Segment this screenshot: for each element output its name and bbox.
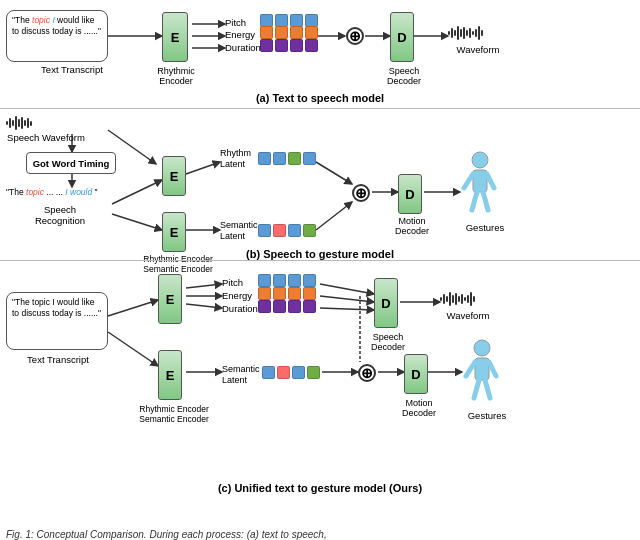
motion-decoder-label-b: Motion Decoder (382, 216, 442, 236)
motion-decoder-label-c: Motion Decoder (388, 398, 450, 418)
speech-bubble-c: "The topic I would like to discuss today… (6, 292, 108, 350)
speech-recognition-label-b: Speech Recognition (20, 204, 100, 226)
plus-circle-c: ⊕ (358, 364, 376, 382)
pitch-blocks-c (258, 274, 316, 287)
rhythm-latent-blocks-b (258, 152, 316, 165)
rhythmic-encoder-label-a: Rhythmic Encoder (148, 66, 204, 86)
rhythmic-semantic-encoder-label-c: Rhythmic EncoderSemantic Encoder (136, 404, 212, 424)
pitch-label-c: Pitch (222, 277, 243, 288)
semantic-latent-label-b: SemanticLatent (220, 220, 258, 242)
plus-circle-b: ⊕ (352, 184, 370, 202)
plus-circle-a: ⊕ (346, 27, 364, 45)
figure-caption: Fig. 1: Conceptual Comparison. During ea… (6, 529, 327, 540)
waveform-label-c: Waveform (440, 310, 496, 321)
section-c: "The topic I would like to discuss today… (0, 264, 640, 496)
energy-label-c: Energy (222, 290, 252, 301)
speech-waveform-label-b: Speech Waveform (6, 132, 86, 143)
main-diagram: "The topic I would like to discuss today… (0, 0, 640, 540)
section-b-label: (b) Speech to gesture model (246, 248, 394, 260)
duration-label-c: Duration (222, 303, 258, 314)
section-b: Speech Waveform Got Word Timing "The top… (0, 112, 640, 260)
text-transcript-label-c: Text Transcript (22, 354, 94, 365)
speech-decoder-label-a: Speech Decoder (374, 66, 434, 86)
energy-label-a: Energy (225, 29, 255, 40)
encoder-block-c1: E (158, 274, 182, 324)
energy-blocks-c (258, 287, 316, 300)
energy-blocks-a (260, 26, 318, 39)
svg-line-29 (320, 284, 374, 294)
semantic-latent-blocks-b (258, 224, 316, 237)
svg-line-30 (320, 296, 374, 302)
duration-label-a: Duration (225, 42, 261, 53)
svg-line-12 (186, 162, 220, 174)
waveform-c (440, 292, 475, 306)
svg-line-43 (485, 380, 490, 398)
svg-line-9 (112, 180, 162, 204)
rhythm-latent-label-b: RhythmLatent (220, 148, 251, 170)
got-word-timing-box: Got Word Timing (26, 152, 116, 174)
divider-ab (0, 108, 640, 109)
svg-line-14 (316, 162, 352, 184)
human-figure-b (460, 150, 500, 220)
section-a: "The topic I would like to discuss today… (0, 4, 640, 104)
svg-line-23 (483, 192, 488, 210)
svg-line-41 (489, 362, 496, 376)
svg-line-26 (186, 284, 222, 288)
encoder-block-b2: E (162, 212, 186, 252)
svg-line-24 (108, 300, 158, 316)
section-c-label: (c) Unified text to gesture model (Ours) (218, 482, 422, 494)
waveform-label-a: Waveform (448, 44, 508, 55)
gestures-label-c: Gestures (462, 410, 512, 421)
speech-bubble-a: "The topic I would like to discuss today… (6, 10, 108, 62)
svg-line-25 (108, 332, 158, 366)
pitch-label-a: Pitch (225, 17, 246, 28)
waveform-a (448, 26, 483, 40)
encoder-block-c2: E (158, 350, 182, 400)
encoder-block-b1: E (162, 156, 186, 196)
speech-decoder-block-c: D (374, 278, 398, 328)
speech-decoder-label-c: Speech Decoder (358, 332, 418, 352)
svg-line-20 (464, 174, 473, 188)
svg-line-22 (472, 192, 477, 210)
decoder-block-b: D (398, 174, 422, 214)
speech-recognition-text-b: "The topic ... ... I would " (6, 187, 116, 198)
duration-blocks-a (260, 39, 318, 52)
svg-line-10 (112, 214, 162, 230)
encoder-block-a: E (162, 12, 188, 62)
svg-line-40 (466, 362, 475, 376)
svg-line-15 (316, 202, 352, 230)
human-figure-c (462, 338, 502, 408)
svg-point-38 (474, 340, 490, 356)
decoder-block-a: D (390, 12, 414, 62)
speech-waveform-b (6, 116, 32, 130)
semantic-latent-label-c: SemanticLatent (222, 364, 260, 386)
text-transcript-label-a: Text Transcript (36, 64, 108, 75)
semantic-latent-blocks-c (262, 366, 320, 379)
section-a-label: (a) Text to speech model (256, 92, 384, 104)
motion-decoder-block-c: D (404, 354, 428, 394)
divider-bc (0, 260, 640, 261)
svg-line-28 (186, 304, 222, 308)
svg-line-21 (487, 174, 494, 188)
svg-point-18 (472, 152, 488, 168)
svg-line-31 (320, 308, 374, 310)
duration-blocks-c (258, 300, 316, 313)
gestures-label-b: Gestures (460, 222, 510, 233)
svg-line-42 (474, 380, 479, 398)
